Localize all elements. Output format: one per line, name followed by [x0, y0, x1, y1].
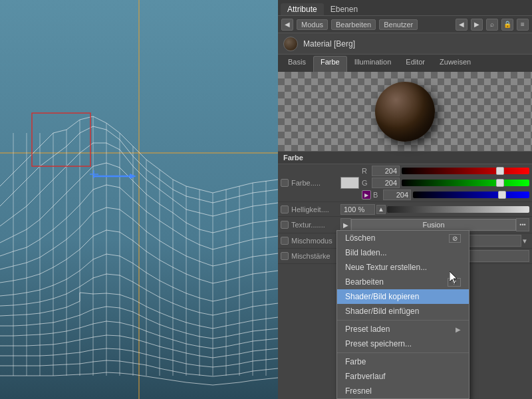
loeschen-badge: ⊘ [449, 234, 461, 243]
separator-2 [337, 352, 469, 353]
helligkeit-stepper[interactable]: ▲ [376, 205, 386, 214]
mischstarke-label: Mischstärke [281, 252, 340, 260]
helligkeit-control: ▲ [340, 204, 529, 215]
context-menu-container: Mischmodus ▼ Mischstärke Löschen ⊘ [278, 233, 532, 264]
helligkeit-row: Helligkeit.... ▲ [278, 202, 532, 217]
farbe-row: Farbe..... R G [278, 164, 532, 202]
menu-item-neue-textur[interactable]: Neue Textur erstellen... [337, 260, 469, 275]
toolbar-modus[interactable]: Modus [297, 19, 328, 30]
menu-item-loeschen[interactable]: Löschen ⊘ [337, 231, 469, 245]
toolbar-icon-left[interactable]: ◀ [281, 19, 293, 31]
tab-ebenen[interactable]: Ebenen [324, 3, 364, 15]
r-label: R [362, 167, 370, 175]
search-icon[interactable]: ⌕ [486, 19, 498, 31]
3d-viewport[interactable] [0, 0, 278, 399]
tab-editor[interactable]: Editor [398, 56, 432, 72]
tab-farbe[interactable]: Farbe [313, 56, 347, 72]
g-label: G [362, 179, 370, 187]
toolbar-bearbeiten[interactable]: Bearbeiten [331, 19, 376, 30]
farbe-section-header: Farbe [278, 152, 532, 164]
tab-basis[interactable]: Basis [281, 56, 313, 72]
menu-item-bild-laden[interactable]: Bild laden... [337, 245, 469, 260]
color-swatch[interactable] [340, 177, 359, 189]
farbe-checkbox[interactable] [281, 179, 289, 187]
b-label: B [373, 191, 381, 199]
material-preview-small [283, 37, 298, 51]
textur-checkbox[interactable] [281, 221, 289, 229]
toolbar-benutzer[interactable]: Benutzer [379, 19, 418, 30]
r-input[interactable] [372, 166, 400, 176]
bearbeiten-dropdown: ▼ [448, 278, 461, 287]
g-input[interactable] [372, 178, 400, 188]
helligkeit-slider[interactable] [387, 206, 529, 213]
menu-item-preset-speichern[interactable]: Preset speichern... [337, 336, 469, 351]
r-slider[interactable] [402, 168, 529, 174]
properties-panel: Attribute Ebenen ◀ Modus Bearbeiten Benu… [278, 0, 532, 399]
menu-item-farbe[interactable]: Farbe [337, 354, 469, 369]
menu-item-shader-einfuegen[interactable]: Shader/Bild einfügen [337, 304, 469, 319]
textur-arrow[interactable]: ▶ [340, 218, 351, 231]
separator-1 [337, 320, 469, 321]
mischmodus-label: Mischmodus [281, 237, 340, 245]
tab-attribute[interactable]: Attribute [281, 3, 324, 15]
material-name: Material [Berg] [303, 39, 355, 49]
back-icon[interactable]: ◀ [456, 19, 467, 31]
tab-illumination[interactable]: Illumination [347, 56, 399, 72]
material-header: Material [Berg] [278, 33, 532, 55]
material-preview [278, 72, 532, 152]
tab-zuweisen[interactable]: Zuweisen [432, 56, 478, 72]
preview-sphere [375, 82, 435, 142]
mischmodus-checkbox[interactable] [281, 237, 289, 245]
forward-icon[interactable]: ▶ [471, 19, 483, 31]
mischmodus-dropdown[interactable]: ▼ [521, 237, 529, 245]
main-tabs: Basis Farbe Illumination Editor Zuweisen [278, 55, 532, 72]
textur-label: Textur....... [281, 221, 340, 229]
b-slider[interactable] [413, 192, 529, 198]
helligkeit-input[interactable] [340, 204, 375, 215]
b-expand-icon[interactable]: ▶ [362, 190, 371, 200]
helligkeit-checkbox[interactable] [281, 205, 289, 213]
menu-item-farbverlauf[interactable]: Farbverlauf [337, 369, 469, 384]
menu-item-preset-laden[interactable]: Preset laden ▶ [337, 322, 469, 336]
top-tab-bar: Attribute Ebenen [278, 0, 532, 16]
helligkeit-label: Helligkeit.... [281, 205, 340, 213]
preset-arrow: ▶ [456, 326, 461, 333]
textur-fusion-btn[interactable]: Fusion [351, 219, 516, 231]
g-slider[interactable] [402, 180, 529, 186]
menu-item-shader-kopieren[interactable]: Shader/Bild kopieren [337, 289, 469, 304]
menu-item-fresnel[interactable]: Fresnel [337, 384, 469, 398]
toolbar: ◀ Modus Bearbeiten Benutzer ◀ ▶ ⌕ 🔒 ≡ [278, 16, 532, 33]
menu-item-bearbeiten[interactable]: Bearbeiten ▼ [337, 275, 469, 289]
menu-icon[interactable]: ≡ [517, 19, 529, 31]
properties-area: Farbe Farbe..... R G [278, 152, 532, 399]
mischstarke-checkbox[interactable] [281, 252, 289, 260]
farbe-label: Farbe..... [281, 179, 340, 187]
lock-icon[interactable]: 🔒 [501, 19, 513, 31]
textur-dots-btn[interactable]: ••• [516, 218, 529, 231]
context-menu: Löschen ⊘ Bild laden... Neue Textur erst… [336, 230, 469, 399]
b-input[interactable] [383, 190, 411, 200]
